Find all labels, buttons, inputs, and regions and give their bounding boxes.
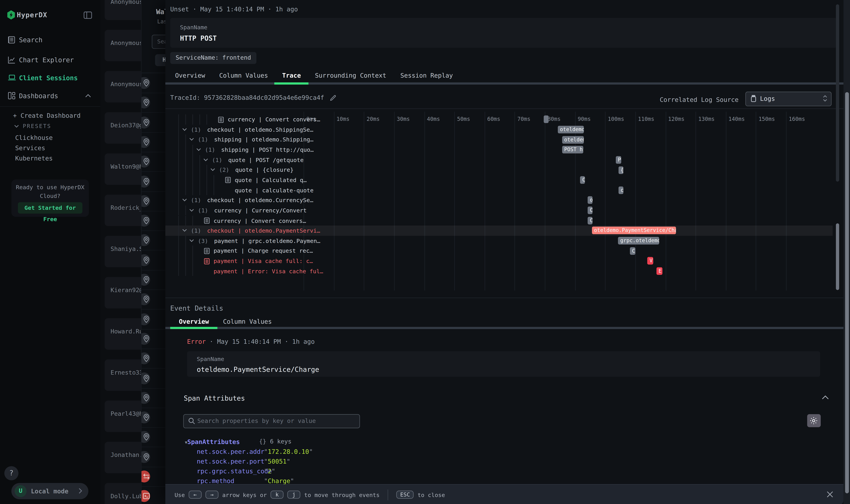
preset-clickhouse[interactable]: Clickhouse: [15, 134, 53, 142]
trace-row[interactable]: quote | calculate-quotecalculate: [165, 185, 833, 195]
chevron-down-icon[interactable]: [203, 158, 208, 161]
tab-trace[interactable]: Trace: [282, 72, 301, 79]
chevron-up-icon[interactable]: [822, 395, 829, 399]
chevron-down-icon[interactable]: [189, 239, 194, 242]
waterfall-scrollbar-thumb[interactable]: [836, 223, 839, 290]
attributes-settings-button[interactable]: [807, 414, 821, 427]
trace-row[interactable]: (3)payment | grpc.oteldemo.Paymen…grpc.o…: [165, 236, 833, 246]
close-icon[interactable]: [826, 490, 834, 498]
location-pin-button[interactable]: [141, 274, 150, 286]
session-card[interactable]: Ernesto33@: [105, 359, 141, 391]
location-pin-button[interactable]: [141, 333, 150, 345]
location-pin-button[interactable]: [141, 254, 150, 266]
exchange-arrows-button[interactable]: [141, 470, 150, 482]
tab-column-values[interactable]: Column Values: [219, 72, 268, 79]
location-pin-button[interactable]: [141, 96, 150, 108]
session-filter-chip[interactable]: H: [155, 54, 166, 66]
span-duration-bar[interactable]: POST htt: [562, 146, 583, 154]
span-duration-bar[interactable]: oteldemo.S: [562, 136, 584, 144]
tab-overview[interactable]: Overview: [179, 318, 209, 325]
modal-scrollbar-thumb[interactable]: [845, 92, 849, 493]
trace-row[interactable]: payment | Charge request rec…Charge: [165, 246, 833, 256]
session-card[interactable]: Walton9@ho: [105, 154, 141, 185]
location-pin-button[interactable]: [141, 77, 150, 89]
trace-row[interactable]: currency | Convert convers…Convert: [165, 216, 833, 226]
location-pin-button[interactable]: [141, 293, 150, 305]
trace-row[interactable]: (2)quote | {closure}{closure}: [165, 165, 833, 175]
span-duration-bar[interactable]: Calculated: [580, 176, 585, 184]
trace-row[interactable]: (1)shipping | POST http://quo…POST htt: [165, 145, 833, 155]
chevron-down-icon[interactable]: [189, 138, 194, 141]
trace-row[interactable]: (1)currency | Currency/ConvertCurrency: [165, 205, 833, 216]
attributes-search-input[interactable]: Search properties by key or value: [183, 414, 360, 428]
log-source-select[interactable]: Logs: [745, 92, 832, 106]
edit-icon[interactable]: [330, 94, 337, 101]
attribute-key[interactable]: net.sock.peer.addr: [197, 448, 264, 455]
get-started-button[interactable]: Get Started for Free: [18, 202, 83, 214]
span-duration-bar[interactable]: Charge: [630, 247, 635, 255]
trace-row[interactable]: (1)checkout | oteldemo.CurrencySe…otelde…: [165, 195, 833, 205]
location-pin-button[interactable]: [141, 412, 150, 424]
span-duration-bar[interactable]: Visa: [647, 257, 653, 265]
session-card[interactable]: Kieran92@h: [105, 277, 141, 308]
location-pin-button[interactable]: [141, 215, 150, 227]
span-duration-bar[interactable]: oteldemo.Shi: [558, 126, 584, 133]
location-pin-button[interactable]: [141, 392, 150, 404]
sidebar-item-search[interactable]: Search: [0, 32, 100, 48]
tab-overview[interactable]: Overview: [175, 72, 205, 79]
sidebar-item-client-sessions[interactable]: Client Sessions: [0, 70, 100, 86]
span-duration-bar[interactable]: oteldemo.PaymentService/Charge: [592, 227, 676, 235]
span-duration-bar[interactable]: POST /getquote: [616, 156, 621, 164]
attribute-key[interactable]: rpc.grpc.status_code: [197, 467, 272, 475]
trace-row[interactable]: (1)checkout | oteldemo.PaymentServi…otel…: [165, 226, 833, 236]
session-card[interactable]: Dolly.Lubo: [105, 483, 141, 504]
attributes-root-row[interactable]: ▾SpanAttributes: [185, 438, 240, 446]
session-search-input[interactable]: Sea: [152, 35, 166, 49]
presets-toggle[interactable]: PRESETS: [14, 123, 51, 129]
preset-services[interactable]: Services: [15, 144, 45, 152]
location-pin-button[interactable]: [141, 372, 150, 384]
span-duration-bar[interactable]: grpc.oteldemo.Pay: [618, 237, 659, 245]
location-pin-button[interactable]: [141, 156, 150, 167]
location-pin-button[interactable]: [141, 136, 150, 148]
span-duration-bar[interactable]: calculate: [618, 186, 623, 194]
session-card[interactable]: Anonymous: [105, 30, 141, 61]
sidebar-item-dashboards[interactable]: Dashboards: [0, 88, 100, 104]
location-pin-button[interactable]: [141, 353, 150, 364]
span-duration-bar[interactable]: oteldemo: [587, 197, 592, 204]
session-card[interactable]: Howard.Run: [105, 318, 141, 350]
chevron-down-icon[interactable]: [182, 198, 187, 202]
trace-row[interactable]: payment | Visa cache full: c…Visa: [165, 256, 833, 266]
location-pin-button[interactable]: [141, 195, 150, 207]
location-pin-button[interactable]: [141, 116, 150, 128]
preset-kubernetes[interactable]: Kubernetes: [15, 155, 53, 162]
location-pin-button[interactable]: [141, 451, 150, 463]
terminal-button[interactable]: [141, 490, 150, 502]
user-menu[interactable]: U Local mode: [11, 483, 88, 499]
trace-row[interactable]: (1)checkout | oteldemo.ShippingSe…otelde…: [165, 125, 833, 134]
trace-row[interactable]: (1)quote | POST /getquotePOST /getquote: [165, 155, 833, 165]
service-name-chip[interactable]: ServiceName: frontend: [170, 52, 256, 64]
session-card[interactable]: Anonymous: [105, 71, 141, 102]
location-pin-button[interactable]: [141, 431, 150, 443]
attribute-key[interactable]: rpc.method: [197, 477, 234, 485]
session-card[interactable]: Deion37@gm: [105, 112, 141, 144]
session-card[interactable]: Roderick_S: [105, 195, 141, 226]
chevron-down-icon[interactable]: [210, 168, 215, 172]
trace-row[interactable]: currency | Convert convers…: [165, 114, 833, 125]
session-card[interactable]: Pearl43@ho: [105, 400, 141, 432]
chevron-down-icon[interactable]: [182, 229, 187, 232]
chevron-down-icon[interactable]: [189, 209, 194, 212]
tab-session-replay[interactable]: Session Replay: [400, 72, 453, 79]
trace-row[interactable]: (1)shipping | oteldemo.Shipping…oteldemo…: [165, 134, 833, 145]
sidebar-item-chart-explorer[interactable]: Chart Explorer: [0, 52, 100, 68]
span-duration-bar[interactable]: Error: [656, 267, 663, 275]
location-pin-button[interactable]: [141, 313, 150, 325]
sidebar-collapse-icon[interactable]: [84, 11, 92, 19]
create-dashboard-button[interactable]: + Create Dashboard: [13, 112, 80, 119]
tab-column-values[interactable]: Column Values: [223, 318, 272, 325]
span-duration-bar[interactable]: {closure}: [618, 166, 623, 174]
span-duration-bar[interactable]: [544, 115, 548, 123]
session-card[interactable]: Anonymous: [105, 0, 141, 20]
location-pin-button[interactable]: [141, 176, 150, 187]
